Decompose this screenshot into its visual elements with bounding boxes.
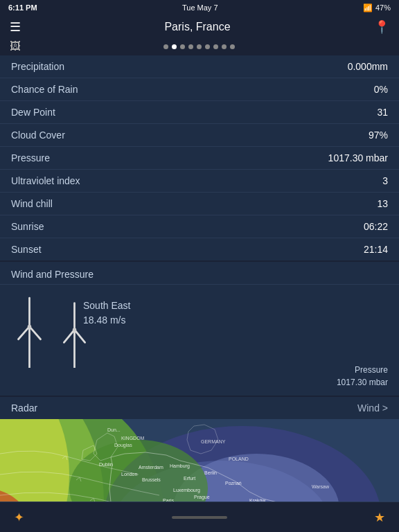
svg-line-7 <box>64 330 74 342</box>
top-nav: ☰ Paris, France 📍 <box>0 15 399 39</box>
weather-row: Precipitation 0.000mm <box>0 55 399 78</box>
weather-row: Chance of Rain 0% <box>0 78 399 101</box>
bottom-bar: ✦ ★ <box>0 502 399 532</box>
svg-text:Berlin: Berlin <box>204 470 217 475</box>
wind-info: South East 18.48 m/s <box>83 299 131 328</box>
svg-text:Erfurt: Erfurt <box>184 476 195 481</box>
sub-nav: 🖼 <box>0 39 399 55</box>
weather-table: Precipitation 0.000mm Chance of Rain 0% … <box>0 55 399 260</box>
wind-speed: 18.48 m/s <box>83 313 131 328</box>
camera-icon[interactable]: 🖼 <box>10 40 21 53</box>
dot-1[interactable] <box>163 44 168 49</box>
svg-text:Hamburg: Hamburg <box>170 463 190 469</box>
weather-value-8: 21:14 <box>364 244 388 255</box>
svg-text:Dun...: Dun... <box>107 427 121 432</box>
radar-header: Radar Wind > <box>0 397 399 419</box>
weather-label-5: Ultraviolet index <box>11 175 80 186</box>
weather-row: Sunrise 06:22 <box>0 215 399 238</box>
svg-point-4 <box>28 325 32 329</box>
wind-section-title: Wind and Pressure <box>11 269 94 280</box>
svg-line-8 <box>75 330 85 342</box>
svg-text:KINGDOM: KINGDOM <box>121 436 145 441</box>
svg-text:Prague: Prague <box>194 495 210 500</box>
weather-label-7: Sunrise <box>11 221 44 232</box>
svg-text:Warsaw: Warsaw <box>312 484 330 489</box>
weather-value-1: 0% <box>374 84 388 95</box>
weather-row: Ultraviolet index 3 <box>0 170 399 193</box>
weather-row: Pressure 1017.30 mbar <box>0 147 399 170</box>
svg-line-2 <box>18 326 29 339</box>
pressure-display: Pressure 1017.30 mbar <box>337 364 388 389</box>
share-icon[interactable]: ✦ <box>14 510 24 525</box>
turbine-1 <box>14 292 45 368</box>
weather-label-2: Dew Point <box>11 107 55 118</box>
dot-6[interactable] <box>205 44 210 49</box>
status-bar: 6:11 PM Tue May 7 📶 47% <box>0 0 399 15</box>
weather-value-5: 3 <box>382 175 388 186</box>
svg-text:GERMANY: GERMANY <box>201 439 226 444</box>
home-indicator <box>172 516 227 519</box>
location-pin-icon[interactable]: 📍 <box>374 19 389 35</box>
dot-5[interactable] <box>197 44 202 49</box>
location-title: Paris, France <box>164 21 230 33</box>
svg-point-9 <box>73 328 77 332</box>
dot-3[interactable] <box>180 44 185 49</box>
turbine-1-svg <box>14 292 45 368</box>
weather-value-0: 0.000mm <box>348 61 388 72</box>
star-icon[interactable]: ★ <box>374 510 385 525</box>
weather-value-7: 06:22 <box>364 221 388 232</box>
svg-text:Douglas: Douglas <box>114 443 132 448</box>
page-dots <box>163 44 235 49</box>
svg-rect-0 <box>28 326 30 368</box>
weather-label-3: Cloud Cover <box>11 130 65 141</box>
battery-text: 47% <box>375 3 391 12</box>
weather-label-4: Pressure <box>11 152 50 163</box>
status-right: 📶 47% <box>363 3 391 12</box>
menu-icon[interactable]: ☰ <box>10 19 21 35</box>
weather-row: Wind chill 13 <box>0 193 399 215</box>
status-time: 6:11 PM <box>8 3 37 12</box>
wifi-icon: 📶 <box>363 3 373 12</box>
dot-4[interactable] <box>188 44 193 49</box>
weather-row: Sunset 21:14 <box>0 238 399 260</box>
wind-link[interactable]: Wind > <box>357 402 388 414</box>
weather-label-0: Precipitation <box>11 61 64 72</box>
svg-text:POLAND: POLAND <box>229 456 249 461</box>
weather-label-8: Sunset <box>11 244 42 255</box>
svg-text:Poznań: Poznań <box>225 481 242 486</box>
dot-2[interactable] <box>172 44 177 49</box>
radar-title: Radar <box>11 402 37 414</box>
weather-value-2: 31 <box>377 107 388 118</box>
svg-text:Amsterdam: Amsterdam <box>139 465 163 470</box>
dot-8[interactable] <box>222 44 227 49</box>
pressure-value: 1017.30 mbar <box>337 376 388 389</box>
dot-7[interactable] <box>213 44 218 49</box>
svg-line-3 <box>30 326 41 339</box>
svg-rect-5 <box>73 330 76 368</box>
weather-value-3: 97% <box>369 130 388 141</box>
weather-label-1: Chance of Rain <box>11 84 78 95</box>
svg-text:Luxembourg: Luxembourg <box>173 488 200 493</box>
weather-value-4: 1017.30 mbar <box>328 152 388 163</box>
status-day: Tue May 7 <box>182 3 218 12</box>
wind-turbines <box>14 292 90 368</box>
dot-9[interactable] <box>230 44 235 49</box>
svg-text:Brussels: Brussels <box>142 477 161 482</box>
weather-value-6: 13 <box>377 198 388 209</box>
wind-section: South East 18.48 m/s Pressure 1017.30 mb… <box>0 285 399 396</box>
weather-row: Cloud Cover 97% <box>0 124 399 147</box>
weather-row: Dew Point 31 <box>0 101 399 124</box>
wind-direction: South East <box>83 299 131 313</box>
wind-section-header: Wind and Pressure <box>0 260 399 285</box>
pressure-label: Pressure <box>337 364 388 376</box>
weather-label-6: Wind chill <box>11 198 53 209</box>
